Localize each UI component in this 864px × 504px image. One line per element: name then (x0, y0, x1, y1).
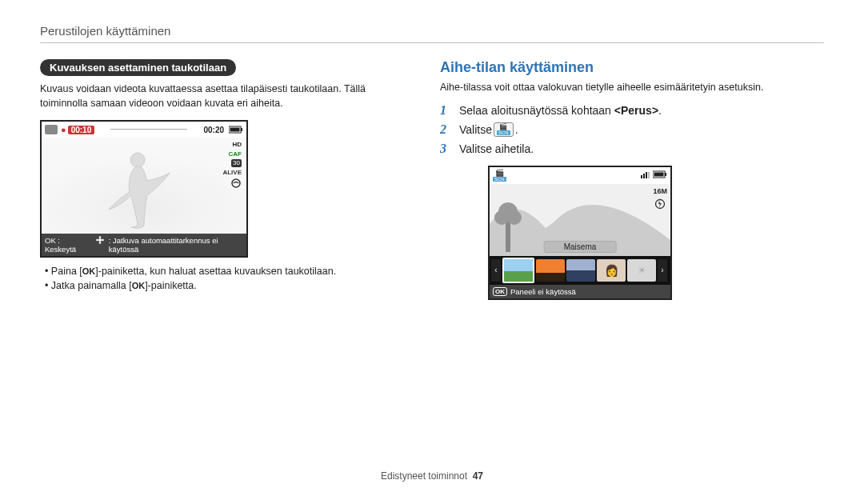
svg-rect-2 (230, 128, 240, 132)
section-title: Perustilojen käyttäminen (40, 24, 824, 43)
page-footer: Edistyneet toiminnot 47 (0, 470, 864, 482)
thumb-sunset[interactable] (536, 259, 565, 282)
camera-screen-left: ● 00:10 00:20 (40, 120, 248, 258)
step-item: 1 Selaa aloitusnäytössä kohtaan <Perus>. (440, 103, 824, 118)
svg-point-17 (494, 210, 509, 225)
step1-bold: <Perus> (614, 104, 658, 117)
step-number: 3 (440, 142, 451, 156)
wind-icon (222, 178, 242, 191)
step-number: 2 (440, 122, 451, 137)
left-column: Kuvauksen asettaminen taukotilaan Kuvaus… (40, 59, 392, 302)
scn-label: SCN (497, 130, 510, 135)
bullet-item: Paina [OK]-painiketta, kun haluat asetta… (45, 266, 392, 277)
scn-mode-icon: 🎬 SCN (494, 122, 514, 137)
flower-icon (96, 236, 104, 254)
page-number: 47 (473, 470, 483, 482)
hd-label: HD (222, 141, 242, 149)
right-column: Aihe-tilan käyttäminen Aihe-tilassa voit… (440, 59, 824, 302)
step-number: 1 (440, 103, 451, 118)
signal-icon (641, 172, 650, 178)
record-dot-icon: ● (61, 125, 66, 134)
fps-label: 30 (231, 159, 242, 167)
step-item: 3 Valitse aihetila. (440, 142, 824, 156)
scene-label: Maisema (544, 241, 617, 253)
svg-rect-15 (506, 220, 510, 252)
thumb-portrait[interactable]: 👩 (597, 259, 626, 282)
left-intro-text: Kuvaus voidaan videota kuvattaessa asett… (40, 82, 392, 110)
thumb-backlight[interactable]: ☀ (627, 259, 656, 282)
thumb-next-arrow[interactable]: › (658, 259, 667, 282)
svg-point-10 (102, 239, 104, 242)
alive-label: ALIVE (222, 169, 242, 177)
svg-rect-12 (665, 173, 666, 176)
thumb-prev-arrow[interactable]: ‹ (491, 259, 501, 282)
ok-label-inline: OK (82, 266, 96, 276)
caf-label: CAF (222, 150, 242, 158)
total-time: 00:20 (203, 126, 224, 134)
svg-point-18 (507, 210, 522, 225)
rec-time: 00:10 (68, 126, 95, 134)
resolution-label: 16M (653, 187, 667, 195)
camera-screen-right: 🎬 SCN (488, 166, 672, 300)
bullet-item: Jatka painamalla [OK]-painiketta. (45, 280, 392, 291)
battery-icon (229, 126, 243, 134)
ok-label-inline: OK (132, 281, 146, 290)
scene-thumbnails: ‹ 👩 ☀ › (490, 256, 670, 285)
scn-mode-icon-small: 🎬 SCN (493, 170, 506, 182)
svg-point-5 (232, 179, 240, 187)
step-item: 2 Valitse 🎬 SCN . (440, 122, 824, 137)
svg-rect-1 (241, 128, 242, 131)
thumb-landscape[interactable] (502, 258, 534, 283)
svg-point-8 (98, 242, 101, 244)
step-list: 1 Selaa aloitusnäytössä kohtaan <Perus>.… (440, 103, 824, 156)
svg-point-4 (130, 153, 145, 167)
footer-note: : Jatkuva automaattitarkennus ei käytöss… (109, 236, 243, 254)
svg-point-7 (98, 236, 101, 238)
footer-ok-label: OK : Keskeytä (45, 236, 91, 254)
clapper-icon: 🎬 (499, 124, 507, 130)
right-heading: Aihe-tilan käyttäminen (440, 59, 824, 76)
svg-rect-13 (654, 173, 664, 177)
left-bullet-list: Paina [OK]-painiketta, kun haluat asetta… (40, 266, 392, 291)
dancer-silhouette (42, 138, 246, 234)
flash-off-icon (653, 198, 667, 211)
video-icon (45, 125, 58, 134)
ok-box: OK (493, 287, 507, 296)
battery-icon (653, 170, 667, 180)
svg-point-6 (98, 238, 102, 242)
subsection-pill: Kuvauksen asettaminen taukotilaan (40, 59, 236, 76)
svg-point-9 (96, 239, 98, 242)
footer-panel-text: Paneeli ei käytössä (510, 287, 576, 296)
thumb-dawn[interactable] (566, 259, 595, 282)
right-intro: Aihe-tilassa voit ottaa valokuvan tietyl… (440, 81, 824, 95)
